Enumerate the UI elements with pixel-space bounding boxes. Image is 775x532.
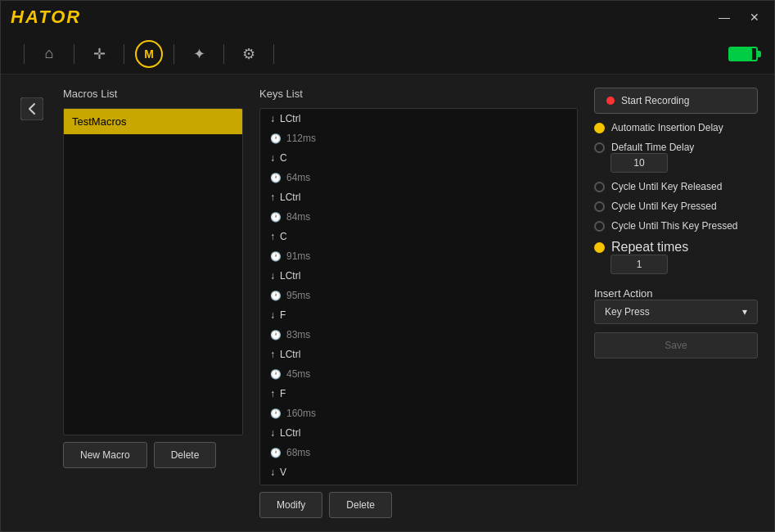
default-time-delay-option[interactable]: Default Time Delay <box>594 142 758 153</box>
nav-divider-6 <box>273 44 274 64</box>
arrow-icon: ↓ <box>270 113 275 124</box>
auto-insertion-delay-option[interactable]: Automatic Insertion Delay <box>594 122 758 133</box>
key-list-item[interactable]: 🕐64ms <box>260 168 569 187</box>
app-window: HATOR — ✕ ⌂ ✛ M ✦ ⚙ <box>0 0 775 532</box>
title-bar: HATOR — ✕ <box>1 1 774 34</box>
cycle-key-pressed-label: Cycle Until Key Pressed <box>611 201 717 212</box>
key-list-item[interactable]: 🕐160ms <box>260 404 569 423</box>
new-macro-button[interactable]: New Macro <box>63 442 147 468</box>
default-time-delay-input[interactable] <box>611 153 668 173</box>
key-list-item[interactable]: ↓LCtrl <box>260 109 569 128</box>
cycle-key-pressed-radio[interactable] <box>594 201 605 212</box>
macro-item[interactable]: TestMacros <box>64 109 242 134</box>
crosshair-icon: ✛ <box>93 45 106 63</box>
key-list-item[interactable]: ↓V <box>260 462 569 482</box>
macros-panel-buttons: New Macro Delete <box>63 442 243 468</box>
key-name: LCtrl <box>280 113 300 124</box>
arrow-icon: ↑ <box>270 231 275 242</box>
key-list-item[interactable]: 🕐95ms <box>260 286 569 305</box>
delay-value: 64ms <box>286 172 310 183</box>
record-dot-icon <box>606 97 615 105</box>
insert-action-dropdown[interactable]: Key Press ▾ <box>594 300 758 324</box>
clock-icon: 🕐 <box>270 212 282 223</box>
minimize-button[interactable]: — <box>714 9 735 25</box>
arrow-icon: ↓ <box>270 467 275 478</box>
clock-icon: 🕐 <box>270 173 282 183</box>
key-list-item[interactable]: ↑LCtrl <box>260 345 569 364</box>
nav-item-settings[interactable]: ⚙ <box>231 38 267 70</box>
key-name: F <box>280 309 286 321</box>
key-list-item[interactable]: ↓F <box>260 305 569 325</box>
back-button[interactable] <box>17 94 47 124</box>
repeat-times-radio[interactable] <box>594 242 605 253</box>
arrow-icon: ↓ <box>270 270 275 282</box>
delay-value: 91ms <box>286 250 310 262</box>
key-list-item[interactable]: 🕐91ms <box>260 246 569 266</box>
delete-key-button[interactable]: Delete <box>329 492 392 518</box>
start-recording-button[interactable]: Start Recording <box>594 88 758 114</box>
delay-value: 160ms <box>286 408 316 419</box>
battery-indicator <box>728 47 758 61</box>
key-list-item[interactable]: 🕐84ms <box>260 207 569 227</box>
clock-icon: 🕐 <box>270 408 282 419</box>
delete-macro-button[interactable]: Delete <box>154 442 217 468</box>
auto-insertion-radio[interactable] <box>594 123 605 133</box>
cycle-this-key-pressed-label: Cycle Until This Key Pressed <box>611 220 738 232</box>
cycle-this-key-pressed-option[interactable]: Cycle Until This Key Pressed <box>594 220 758 232</box>
macros-list-label: Macros List <box>63 88 243 100</box>
cycle-key-released-radio[interactable] <box>594 182 605 192</box>
key-name: LCtrl <box>280 192 300 203</box>
insert-action-label: Insert Action <box>594 287 758 300</box>
arrow-icon: ↑ <box>270 349 275 360</box>
settings-icon: ⚙ <box>242 45 255 63</box>
delay-value: 68ms <box>286 447 310 458</box>
cycle-key-released-option[interactable]: Cycle Until Key Released <box>594 181 758 192</box>
keys-list[interactable]: ↓LCtrl🕐112ms↓C🕐64ms↑LCtrl🕐84ms↑C🕐91ms↓LC… <box>259 108 578 485</box>
keys-panel: Keys List ↓LCtrl🕐112ms↓C🕐64ms↑LCtrl🕐84ms… <box>259 88 578 518</box>
chevron-down-icon: ▾ <box>742 306 747 318</box>
key-list-item[interactable]: ↑LCtrl <box>260 187 569 207</box>
key-name: V <box>280 467 286 478</box>
close-button[interactable]: ✕ <box>745 9 764 25</box>
key-list-item[interactable]: 🕐45ms <box>260 364 569 384</box>
nav-item-macros[interactable]: M <box>131 38 167 70</box>
key-list-item[interactable]: ↓LCtrl <box>260 423 569 443</box>
lighting-icon: ✦ <box>193 45 205 63</box>
repeat-times-section: Repeat times <box>594 240 758 274</box>
main-content: Macros List TestMacros New Macro Delete … <box>1 74 774 531</box>
delay-value: 112ms <box>286 133 316 144</box>
macros-list[interactable]: TestMacros <box>63 108 243 435</box>
repeat-times-label: Repeat times <box>611 240 688 255</box>
key-list-item[interactable]: ↓C <box>260 148 569 168</box>
insert-action-value: Key Press <box>605 306 650 318</box>
clock-icon: 🕐 <box>270 133 282 144</box>
start-recording-label: Start Recording <box>621 95 689 106</box>
nav-divider-3 <box>124 44 124 64</box>
default-time-delay-section: Default Time Delay <box>594 142 758 173</box>
keys-list-label: Keys List <box>259 88 578 100</box>
clock-icon: 🕐 <box>270 330 282 340</box>
key-list-item[interactable]: ↑F <box>260 384 569 404</box>
clock-icon: 🕐 <box>270 369 282 380</box>
key-list-item[interactable]: 🕐68ms <box>260 443 569 462</box>
nav-divider-2 <box>74 44 74 64</box>
nav-divider-5 <box>223 44 224 64</box>
keys-scroll-area[interactable]: ↓LCtrl🕐112ms↓C🕐64ms↑LCtrl🕐84ms↑C🕐91ms↓LC… <box>260 109 577 485</box>
nav-item-crosshair[interactable]: ✛ <box>81 38 117 70</box>
arrow-icon: ↓ <box>270 309 275 321</box>
repeat-times-input[interactable] <box>611 255 668 274</box>
key-list-item[interactable]: 🕐112ms <box>260 128 569 148</box>
default-time-delay-radio[interactable] <box>594 142 605 153</box>
nav-item-home[interactable]: ⌂ <box>31 38 67 70</box>
modify-button[interactable]: Modify <box>259 492 322 518</box>
app-logo: HATOR <box>11 7 81 28</box>
key-list-item[interactable]: ↓LCtrl <box>260 266 569 286</box>
default-time-delay-label: Default Time Delay <box>611 142 694 153</box>
key-list-item[interactable]: 🕐83ms <box>260 325 569 345</box>
cycle-key-pressed-option[interactable]: Cycle Until Key Pressed <box>594 201 758 212</box>
save-button[interactable]: Save <box>594 332 758 358</box>
nav-item-lighting[interactable]: ✦ <box>181 38 217 70</box>
cycle-this-key-pressed-radio[interactable] <box>594 221 605 232</box>
key-list-item[interactable]: ↑C <box>260 227 569 246</box>
nav-divider-1 <box>24 44 25 64</box>
